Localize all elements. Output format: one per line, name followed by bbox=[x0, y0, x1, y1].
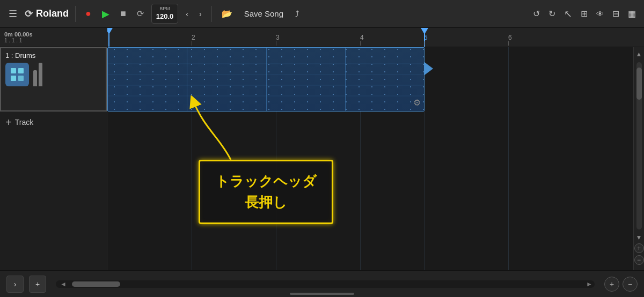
track-content[interactable]: ⚙ bbox=[107, 47, 633, 270]
ruler-beats: 1 . 1 . 1 bbox=[4, 38, 103, 43]
scroll-zoom: + − bbox=[634, 243, 644, 268]
bpm-next-button[interactable]: › bbox=[196, 8, 205, 20]
segment-dots bbox=[108, 48, 424, 111]
svg-rect-1 bbox=[18, 68, 24, 73]
segment-play-triangle bbox=[425, 62, 433, 75]
ruler-mark-3: 3 bbox=[276, 34, 280, 41]
eye-button[interactable]: 👁 bbox=[594, 8, 606, 20]
zoom-out-button[interactable]: − bbox=[634, 255, 644, 265]
segment-gear-icon[interactable]: ⚙ bbox=[413, 98, 421, 108]
track-name-drums: 1 : Drums bbox=[5, 51, 101, 60]
bpm-prev-button[interactable]: ‹ bbox=[182, 8, 192, 20]
playhead bbox=[108, 28, 109, 47]
add-track-plus[interactable]: + bbox=[5, 116, 12, 129]
ruler-mark-4: 4 bbox=[360, 34, 364, 41]
replay-icon: ⟳ bbox=[25, 8, 33, 20]
add-track-label: Track bbox=[15, 118, 33, 127]
toolbar-right: ↺ ↻ ↖ ⊞ 👁 ⊟ ▦ bbox=[530, 6, 639, 22]
track-bar-2 bbox=[39, 63, 42, 86]
main-area: 0m 00.00s 1 . 1 . 1 2 3 4 5 6 bbox=[0, 28, 644, 270]
bpm-display[interactable]: BPM 120.0 bbox=[151, 4, 179, 24]
drums-grid-svg bbox=[10, 67, 25, 82]
add-track-row[interactable]: + Track bbox=[0, 112, 107, 133]
annotation: トラックヘッダ 長押し bbox=[199, 160, 333, 224]
roland-logo: ⟳ Roland bbox=[25, 8, 69, 20]
redo-button[interactable]: ↻ bbox=[546, 6, 558, 21]
h-scroll-indicator bbox=[290, 293, 354, 295]
tracks-list: 1 : Drums bbox=[0, 47, 107, 270]
bottom-zoom-out-button[interactable]: − bbox=[623, 277, 638, 292]
play-button[interactable]: ▶ bbox=[99, 6, 113, 22]
track-volume-bars bbox=[33, 63, 42, 86]
svg-rect-3 bbox=[18, 76, 24, 81]
scroll-track[interactable] bbox=[636, 62, 642, 229]
ruler-mark-6: 6 bbox=[508, 34, 512, 41]
scroll-thumb[interactable] bbox=[636, 68, 642, 100]
bottom-scroll-right[interactable]: ► bbox=[586, 280, 592, 288]
bpm-label: BPM bbox=[156, 6, 174, 12]
grid-view-button[interactable]: ⊞ bbox=[578, 6, 590, 21]
grid-line-5 bbox=[508, 47, 509, 270]
bottom-scrollbar[interactable]: ◄ ► bbox=[56, 280, 595, 288]
save-song-label: Save Song bbox=[244, 9, 283, 18]
bottom-zoom-in-button[interactable]: + bbox=[604, 277, 619, 292]
table-button[interactable]: ▦ bbox=[625, 6, 639, 21]
scroll-down-button[interactable]: ▼ bbox=[634, 233, 644, 242]
annotation-box: トラックヘッダ 長押し bbox=[199, 160, 333, 224]
track-segment-drums[interactable]: ⚙ bbox=[107, 47, 425, 112]
zoom-in-button[interactable]: + bbox=[634, 243, 644, 253]
timeline-ruler: 0m 00.00s 1 . 1 . 1 2 3 4 5 6 bbox=[0, 28, 644, 47]
record-button[interactable]: ● bbox=[82, 6, 94, 21]
sliders-button[interactable]: ⊟ bbox=[610, 6, 622, 21]
ruler-time: 0m 00.00s bbox=[4, 31, 103, 38]
right-scrollbar: ▲ ▼ + − bbox=[633, 47, 644, 270]
folder-button[interactable]: 📂 bbox=[218, 6, 236, 21]
svg-rect-2 bbox=[11, 76, 16, 81]
bottom-scroll-left[interactable]: ◄ bbox=[58, 280, 69, 288]
bottom-expand-button[interactable]: › bbox=[6, 276, 24, 293]
stop-button[interactable]: ■ bbox=[117, 6, 129, 21]
ruler-mark-5: 5 bbox=[424, 34, 428, 41]
track-bar-1 bbox=[33, 70, 37, 86]
scroll-up-button[interactable]: ▲ bbox=[634, 49, 644, 59]
share-button[interactable]: ⤴ bbox=[292, 7, 303, 20]
tracks-area: 1 : Drums bbox=[0, 47, 644, 270]
ruler-marks[interactable]: 2 3 4 5 6 bbox=[107, 28, 644, 47]
annotation-line1: トラックヘッダ bbox=[215, 171, 317, 192]
toolbar: ☰ ⟳ Roland ● ▶ ■ ⟳ BPM 120.0 ‹ › 📂 Save … bbox=[0, 0, 644, 28]
undo-button[interactable]: ↺ bbox=[530, 6, 543, 21]
roland-logo-text: Roland bbox=[36, 8, 69, 19]
bottom-zoom-buttons: + − bbox=[604, 277, 638, 292]
toolbar-separator-2 bbox=[211, 6, 212, 22]
track-grid-icon bbox=[5, 63, 29, 86]
bpm-value: 120.0 bbox=[156, 12, 174, 21]
timeline-area: 0m 00.00s 1 . 1 . 1 2 3 4 5 6 bbox=[0, 28, 644, 270]
bottom-scroll-thumb[interactable] bbox=[72, 281, 120, 287]
save-song-button[interactable]: Save Song bbox=[240, 7, 288, 20]
svg-rect-0 bbox=[11, 68, 16, 73]
toolbar-separator-1 bbox=[75, 6, 76, 22]
loop-button[interactable]: ⟳ bbox=[134, 6, 147, 21]
track-header-drums[interactable]: 1 : Drums bbox=[0, 47, 107, 112]
ruler-mark-2: 2 bbox=[192, 34, 195, 41]
menu-button[interactable]: ☰ bbox=[5, 6, 20, 22]
bottom-add-button[interactable]: + bbox=[29, 276, 46, 293]
ruler-start: 0m 00.00s 1 . 1 . 1 bbox=[0, 29, 107, 46]
playhead-triangle bbox=[107, 28, 113, 34]
track-icon-row bbox=[5, 63, 101, 86]
cursor-button[interactable]: ↖ bbox=[561, 6, 575, 22]
annotation-line2: 長押し bbox=[215, 192, 317, 213]
